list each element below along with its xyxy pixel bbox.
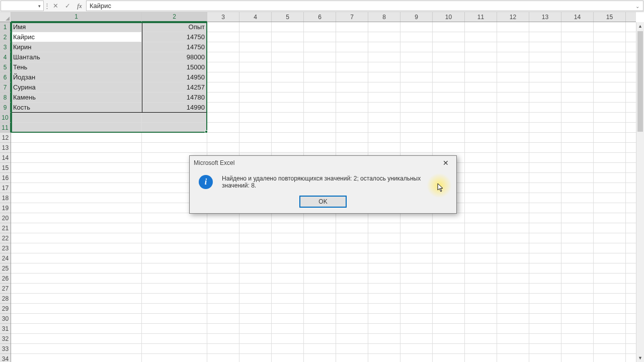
cell[interactable] — [368, 103, 400, 112]
cell[interactable] — [400, 324, 433, 333]
cell[interactable]: 14950 — [142, 72, 207, 82]
cell[interactable] — [433, 284, 465, 293]
cell[interactable] — [368, 243, 400, 253]
cell[interactable] — [304, 274, 336, 283]
cell[interactable] — [561, 133, 594, 142]
column-header[interactable]: 12 — [497, 12, 529, 22]
cell[interactable] — [368, 274, 400, 283]
cell[interactable] — [529, 153, 561, 162]
cell[interactable] — [207, 253, 239, 263]
cell[interactable] — [465, 233, 497, 243]
cell[interactable] — [304, 52, 336, 62]
cell[interactable] — [400, 334, 433, 343]
cell[interactable] — [465, 193, 497, 203]
cell[interactable] — [142, 223, 207, 233]
cell[interactable] — [433, 304, 465, 313]
cell[interactable] — [400, 82, 433, 92]
cell[interactable] — [336, 243, 368, 253]
cell[interactable] — [433, 243, 465, 253]
cell[interactable]: Опыт — [142, 22, 207, 32]
cell[interactable] — [497, 314, 529, 323]
cell[interactable] — [433, 314, 465, 323]
row-header[interactable]: 26 — [0, 274, 11, 284]
cell[interactable] — [272, 32, 304, 42]
cell[interactable] — [11, 324, 142, 333]
cell[interactable] — [529, 243, 561, 253]
cell[interactable] — [594, 263, 626, 273]
cell[interactable] — [529, 52, 561, 62]
cell[interactable] — [465, 32, 497, 42]
cell[interactable] — [304, 123, 336, 132]
cell[interactable] — [207, 32, 239, 42]
cell[interactable] — [465, 173, 497, 183]
cell[interactable] — [207, 304, 239, 313]
cell[interactable] — [433, 93, 465, 102]
cell[interactable] — [400, 253, 433, 263]
cell[interactable] — [304, 213, 336, 223]
cell[interactable] — [272, 294, 304, 303]
cell[interactable] — [497, 123, 529, 132]
row-header[interactable]: 20 — [0, 213, 11, 223]
cell[interactable] — [368, 32, 400, 42]
cell[interactable] — [594, 274, 626, 283]
cell[interactable] — [497, 223, 529, 233]
cell[interactable] — [239, 62, 272, 72]
cell[interactable] — [207, 243, 239, 253]
cell[interactable] — [272, 314, 304, 323]
cell[interactable] — [142, 344, 207, 353]
column-header[interactable]: 4 — [239, 12, 272, 22]
cell[interactable] — [400, 42, 433, 52]
row-header[interactable]: 22 — [0, 233, 11, 243]
cell[interactable] — [368, 213, 400, 223]
cell[interactable] — [11, 304, 142, 313]
cell[interactable] — [497, 153, 529, 162]
cell[interactable] — [272, 274, 304, 283]
cell[interactable] — [400, 113, 433, 122]
cell[interactable] — [272, 304, 304, 313]
cell[interactable] — [400, 22, 433, 32]
cell[interactable] — [207, 263, 239, 273]
cell[interactable] — [368, 22, 400, 32]
cell[interactable] — [336, 334, 368, 343]
cell[interactable] — [400, 93, 433, 102]
cell[interactable] — [529, 213, 561, 223]
cell[interactable] — [336, 274, 368, 283]
cell[interactable]: Имя — [11, 22, 142, 32]
cell[interactable] — [433, 133, 465, 142]
insert-function-button[interactable]: fx — [73, 0, 86, 12]
cell[interactable] — [433, 22, 465, 32]
cell[interactable] — [529, 173, 561, 183]
cell[interactable] — [465, 72, 497, 82]
cell[interactable] — [272, 334, 304, 343]
cell[interactable] — [336, 22, 368, 32]
cell[interactable] — [368, 263, 400, 273]
row-header[interactable]: 1 — [0, 22, 11, 32]
cell[interactable] — [239, 42, 272, 52]
row-header[interactable]: 29 — [0, 304, 11, 314]
cell[interactable] — [304, 263, 336, 273]
cell[interactable] — [272, 243, 304, 253]
cell[interactable] — [304, 42, 336, 52]
cell[interactable] — [465, 263, 497, 273]
cell[interactable] — [497, 82, 529, 92]
row-header[interactable]: 25 — [0, 263, 11, 274]
cell[interactable] — [272, 103, 304, 112]
cell[interactable] — [336, 294, 368, 303]
cell[interactable] — [304, 103, 336, 112]
cell[interactable] — [594, 304, 626, 313]
cell[interactable] — [400, 314, 433, 323]
cell[interactable] — [368, 324, 400, 333]
cell[interactable] — [594, 82, 626, 92]
cell[interactable] — [272, 284, 304, 293]
cell[interactable] — [529, 284, 561, 293]
cell[interactable] — [368, 314, 400, 323]
cell[interactable] — [368, 354, 400, 362]
cell[interactable] — [561, 304, 594, 313]
column-header[interactable]: 3 — [207, 12, 239, 22]
cell[interactable] — [594, 153, 626, 162]
cell[interactable] — [239, 93, 272, 102]
cell[interactable] — [529, 183, 561, 193]
cell[interactable]: Шанталь — [11, 52, 142, 62]
accept-formula-button[interactable]: ✓ — [61, 0, 73, 12]
cell[interactable] — [433, 32, 465, 42]
